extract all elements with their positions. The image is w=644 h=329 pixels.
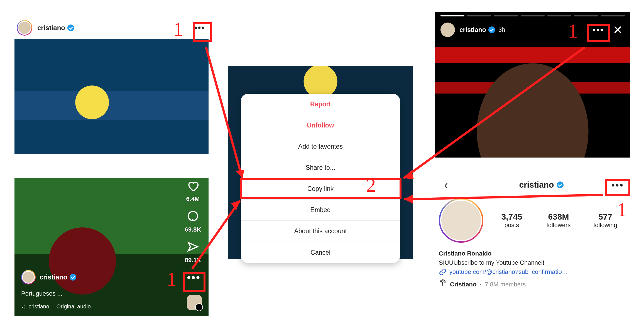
reel-audio-avatar[interactable] <box>187 295 202 310</box>
profile-channel-name: Cristiano <box>450 280 476 289</box>
post-username-text: cristiano <box>37 24 65 32</box>
story-username-text: cristiano <box>459 26 486 34</box>
more-icon: ••• <box>592 25 604 35</box>
verified-badge-icon <box>67 24 74 31</box>
close-icon: ✕ <box>613 23 623 36</box>
story-close-button[interactable]: ✕ <box>611 23 625 37</box>
music-note-icon: ♫ <box>21 303 26 310</box>
story-header: cristiano 3h ••• ✕ <box>440 21 625 38</box>
profile-top-bar: ‹ cristiano ••• <box>437 176 630 193</box>
sheet-item-embed[interactable]: Embed <box>241 200 400 221</box>
profile-posts-count: 3,745 <box>488 212 535 222</box>
comment-icon <box>187 217 199 224</box>
profile-posts-label: posts <box>488 222 535 229</box>
reel-panel: 6.4M 69.8K 89.1K ••• cristiano <box>14 178 209 316</box>
more-icon: ••• <box>187 272 201 284</box>
broadcast-channel-icon <box>439 279 447 289</box>
sheet-item-copy-link[interactable]: Copy link <box>241 178 400 200</box>
profile-following[interactable]: 577 following <box>582 212 629 229</box>
sheet-item-share-to[interactable]: Share to... <box>241 157 400 178</box>
profile-avatar <box>440 200 482 241</box>
action-sheet: Report Unfollow Add to favorites Share t… <box>241 94 400 263</box>
profile-link-text: youtube.com/@cristiano?sub_confirmatio… <box>449 267 568 276</box>
reel-comments-count: 69.8K <box>185 226 201 233</box>
more-icon: ••• <box>194 23 205 33</box>
more-icon: ••• <box>611 180 624 190</box>
profile-posts[interactable]: 3,745 posts <box>488 212 535 229</box>
dot-separator: · <box>52 303 54 310</box>
profile-followers-count: 638M <box>535 212 582 222</box>
reel-username-text: cristiano <box>40 273 67 281</box>
reel-shares-count: 89.1K <box>185 257 201 264</box>
reel-action-rail: 6.4M 69.8K 89.1K <box>181 178 205 264</box>
reel-info: cristiano Portugueses ... ♫ cristiano · … <box>21 270 178 310</box>
story-panel: cristiano 3h ••• ✕ <box>435 12 630 158</box>
post-avatar <box>18 21 31 35</box>
profile-channel-members: 7.8M members <box>485 280 526 289</box>
reel-user-row[interactable]: cristiano <box>21 270 178 284</box>
reel-caption: Portugueses ... <box>21 290 178 297</box>
sheet-item-report[interactable]: Report <box>241 94 400 115</box>
post-more-button[interactable]: ••• <box>193 21 206 35</box>
reel-more-button[interactable]: ••• <box>186 270 201 285</box>
feed-post-panel: cristiano ••• <box>14 20 209 155</box>
heart-icon <box>187 186 199 193</box>
profile-more-button[interactable]: ••• <box>608 180 628 190</box>
profile-followers-label: followers <box>535 222 582 229</box>
post-header: cristiano ••• <box>14 20 209 39</box>
profile-following-label: following <box>582 222 629 229</box>
reel-audio-title: Original audio <box>57 303 91 310</box>
story-progress-bar <box>440 15 625 16</box>
sheet-item-unfollow[interactable]: Unfollow <box>241 115 400 136</box>
sheet-item-add-favorites[interactable]: Add to favorites <box>241 136 400 157</box>
sheet-item-cancel[interactable]: Cancel <box>241 242 400 263</box>
dot-separator: · <box>480 280 481 289</box>
verified-badge-icon <box>557 181 564 188</box>
post-username[interactable]: cristiano <box>37 24 74 32</box>
profile-following-count: 577 <box>582 212 629 222</box>
reel-audio-user: cristiano <box>29 303 49 310</box>
back-button[interactable]: ‹ <box>439 179 453 191</box>
reel-avatar <box>22 271 35 284</box>
reel-shares[interactable]: 89.1K <box>185 241 201 264</box>
profile-bio: Cristiano Ronaldo SIUUUbscribe to my You… <box>437 243 630 289</box>
verified-badge-icon <box>488 26 495 33</box>
share-icon <box>187 248 199 255</box>
post-image[interactable] <box>14 39 209 154</box>
sheet-item-about-account[interactable]: About this account <box>241 221 400 242</box>
profile-bio-text: SIUUUbscribe to my Youtube Channel! <box>439 258 628 267</box>
profile-display-name: Cristiano Ronaldo <box>439 249 628 258</box>
profile-panel: ‹ cristiano ••• 3,745 posts 638M followe… <box>437 176 630 316</box>
audio-track-icon <box>187 295 202 310</box>
story-username[interactable]: cristiano 3h <box>459 26 505 34</box>
reel-audio-row[interactable]: ♫ cristiano · Original audio <box>21 303 178 310</box>
story-avatar[interactable] <box>440 23 455 37</box>
story-more-button[interactable]: ••• <box>591 25 606 35</box>
profile-avatar-ring[interactable] <box>439 198 483 243</box>
action-sheet-panel: Report Unfollow Add to favorites Share t… <box>228 66 413 259</box>
chevron-left-icon: ‹ <box>444 179 448 191</box>
story-time: 3h <box>498 26 505 33</box>
profile-channel[interactable]: Cristiano · 7.8M members <box>439 279 628 289</box>
svg-point-1 <box>442 282 443 283</box>
post-avatar-ring[interactable] <box>17 20 32 36</box>
link-icon <box>439 268 447 276</box>
reel-comments[interactable]: 69.8K <box>185 210 201 233</box>
profile-username: cristiano <box>519 180 563 190</box>
reel-username: cristiano <box>40 273 76 281</box>
reel-likes-count: 6.4M <box>186 195 200 203</box>
reel-likes[interactable]: 6.4M <box>186 180 200 203</box>
verified-badge-icon <box>70 274 76 281</box>
profile-followers[interactable]: 638M followers <box>535 212 582 229</box>
profile-username-text: cristiano <box>519 180 554 190</box>
profile-stats-row: 3,745 posts 638M followers 577 following <box>437 193 630 243</box>
profile-link[interactable]: youtube.com/@cristiano?sub_confirmatio… <box>439 267 628 276</box>
reel-avatar-ring <box>21 270 36 284</box>
